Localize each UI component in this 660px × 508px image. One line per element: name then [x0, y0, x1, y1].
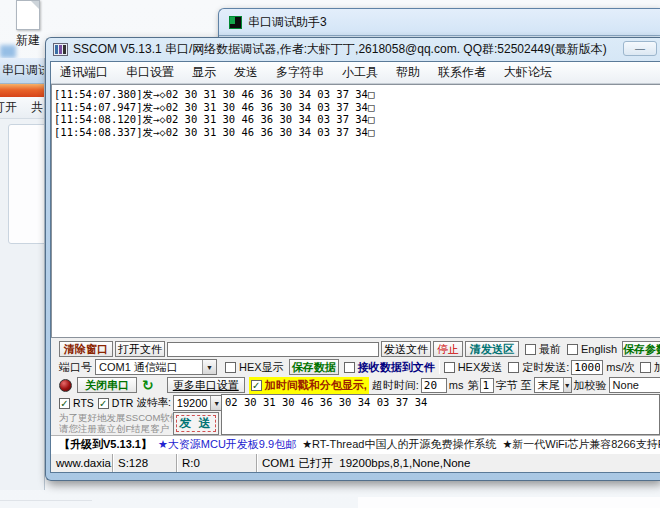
- clear-window-button[interactable]: 清除窗口: [59, 341, 113, 357]
- dtr-checkbox[interactable]: ✓ DTR: [98, 397, 134, 409]
- add-crlf-checkbox[interactable]: 加回车: [640, 360, 660, 375]
- menu-send[interactable]: 发送: [225, 64, 267, 81]
- promo-text: 为了更好地发展SSCOM软件 请您注册嘉立创F结尾客户: [59, 413, 173, 434]
- byte-to-label: 字节 至: [496, 378, 532, 393]
- desktop-icon-new-file[interactable]: 新建: [8, 0, 48, 49]
- receive-log-area[interactable]: [11:54:07.380]发→◇02 30 31 30 46 36 30 34…: [51, 84, 660, 338]
- sscom-titlebar[interactable]: SSCOM V5.13.1 串口/网络数据调试器,作者:大虾丁丁,2618058…: [46, 38, 660, 61]
- send-button[interactable]: 发 送: [173, 412, 219, 435]
- checkbox-box: ✓: [59, 398, 70, 409]
- close-port-button[interactable]: 关闭串口: [77, 377, 137, 393]
- checkbox-box: [225, 362, 236, 373]
- menu-forum[interactable]: 大虾论坛: [495, 64, 561, 81]
- menu-contact-author[interactable]: 联系作者: [429, 64, 495, 81]
- more-serial-settings-button[interactable]: 更多串口设置: [167, 377, 245, 393]
- timestamp-split-label: 加时间戳和分包显示,: [265, 378, 367, 393]
- baud-select[interactable]: 19200 ▼: [173, 395, 223, 411]
- status-website: www.daxia.com: [51, 454, 113, 472]
- add-crlf-label: 加回车: [654, 360, 660, 375]
- checkbox-box: [344, 362, 355, 373]
- sscom-app-icon: [53, 43, 68, 56]
- english-checkbox[interactable]: English: [567, 343, 617, 355]
- log-line: [11:54:07.947]发→◇02 30 31 30 46 36 30 34…: [54, 101, 658, 114]
- topmost-checkbox[interactable]: 最前: [525, 342, 561, 357]
- left-window-orange-stripe: [0, 84, 44, 97]
- back-window-title: 串口调试助手3: [248, 14, 327, 31]
- byte-index-input[interactable]: [480, 378, 494, 393]
- checkbox-box: [444, 362, 455, 373]
- ad-link-mcu-board[interactable]: ★大资源MCU开发板9.9包邮: [158, 437, 296, 452]
- dtr-label: DTR: [112, 397, 134, 409]
- menu-serial-settings[interactable]: 串口设置: [117, 64, 183, 81]
- sscom-window: SSCOM V5.13.1 串口/网络数据调试器,作者:大虾丁丁,2618058…: [45, 37, 660, 481]
- log-line: [11:54:08.120]发→◇02 30 31 30 46 36 30 34…: [54, 113, 658, 126]
- status-sent-count: S:128: [113, 454, 177, 472]
- menu-multi-string[interactable]: 多字符串: [267, 64, 333, 81]
- status-received-count: R:0: [177, 454, 257, 472]
- rts-label: RTS: [73, 397, 94, 409]
- timed-send-checkbox[interactable]: 定时发送:: [508, 360, 569, 375]
- save-data-button[interactable]: 保存数据: [289, 359, 339, 375]
- send-file-button[interactable]: 发送文件: [381, 341, 431, 357]
- timeout-unit-label: ms: [449, 379, 464, 391]
- menubar: 通讯端口 串口设置 显示 发送 多字符串 小工具 帮助 联系作者 大虾论坛: [51, 62, 660, 84]
- link-bar: 【升级到V5.13.1】 ★大资源MCU开发板9.9包邮 ★RT-Thread中…: [51, 435, 660, 453]
- refresh-ports-icon[interactable]: ↻: [142, 377, 154, 393]
- log-line: [11:54:08.337]发→◇02 30 31 30 46 36 30 34…: [54, 126, 658, 139]
- checkbox-box: [508, 362, 519, 373]
- interval-unit-label: ms/次: [606, 360, 635, 375]
- menu-display[interactable]: 显示: [183, 64, 225, 81]
- chevron-down-icon: ▼: [563, 378, 571, 392]
- byte-end-select[interactable]: 末尾 ▼: [534, 377, 572, 393]
- sscom-window-title: SSCOM V5.13.1 串口/网络数据调试器,作者:大虾丁丁,2618058…: [73, 41, 607, 58]
- recv-to-file-checkbox[interactable]: 接收数据到文件: [344, 360, 435, 375]
- port-select[interactable]: COM1 通信端口 ▼: [95, 359, 217, 375]
- port-value: COM1 通信端口: [96, 360, 202, 375]
- checksum-select[interactable]: None ▼: [609, 377, 660, 393]
- open-file-button[interactable]: 打开文件: [115, 341, 165, 357]
- byte-from-label: 第: [468, 378, 479, 393]
- clear-send-area-button[interactable]: 清发送区: [465, 341, 519, 357]
- background-left-window[interactable]: 串口调试工 打开 共: [0, 58, 45, 490]
- english-label: English: [581, 343, 617, 355]
- serial-assistant-app-icon: [229, 16, 242, 29]
- share-menu-item[interactable]: 共: [31, 99, 43, 116]
- status-port-state: COM1 已打开 19200bps,8,1,None,None: [257, 454, 660, 472]
- promo-line1: 为了更好地发展SSCOM软件: [59, 413, 173, 424]
- send-data-input[interactable]: 02 30 31 30 46 36 30 34 03 37 34: [221, 394, 660, 435]
- status-bar: www.daxia.com S:128 R:0 COM1 已打开 19200bp…: [51, 453, 660, 472]
- file-path-input[interactable]: [167, 342, 379, 357]
- rts-checkbox[interactable]: ✓ RTS: [59, 397, 94, 409]
- sscom-body: 通讯端口 串口设置 显示 发送 多字符串 小工具 帮助 联系作者 大虾论坛 [1…: [50, 61, 660, 473]
- checksum-value: None: [610, 379, 660, 391]
- desktop: 新建 串口调试工 打开 共 串口调试助手3 SSCOM V5.13.1 串口/网…: [0, 0, 660, 508]
- menu-help[interactable]: 帮助: [387, 64, 429, 81]
- checkbox-box: ✓: [98, 398, 109, 409]
- ad-link-wifi-chip[interactable]: ★新一代WiFi芯片兼容8266支持RT-Thread: [502, 437, 660, 452]
- checkbox-box: ✓: [251, 380, 262, 391]
- hex-send-checkbox[interactable]: HEX发送: [444, 360, 503, 375]
- log-line: [11:54:07.380]发→◇02 30 31 30 46 36 30 34…: [54, 88, 658, 101]
- open-menu-item[interactable]: 打开: [0, 99, 17, 116]
- interval-input[interactable]: [571, 360, 603, 375]
- stop-button[interactable]: 停止: [433, 341, 463, 357]
- checkbox-box: [525, 344, 536, 355]
- back-window-titlebar[interactable]: 串口调试助手3: [219, 9, 660, 35]
- minimize-button[interactable]: —: [623, 41, 657, 56]
- checkbox-box: [567, 344, 578, 355]
- promo-line2: 请您注册嘉立创F结尾客户: [59, 424, 173, 435]
- timeout-input[interactable]: [421, 378, 447, 393]
- blurred-window-fragment: [0, 45, 16, 58]
- port-status-led: [59, 379, 72, 392]
- left-window-title: 串口调试工: [0, 58, 44, 84]
- save-params-button[interactable]: 保存参数: [622, 341, 660, 357]
- menu-comm-port[interactable]: 通讯端口: [51, 64, 117, 81]
- timestamp-split-checkbox[interactable]: ✓ 加时间戳和分包显示,: [249, 377, 369, 394]
- menu-tools[interactable]: 小工具: [333, 64, 387, 81]
- port-label: 端口号: [59, 360, 92, 375]
- chevron-down-icon: ▼: [202, 360, 216, 374]
- topmost-label: 最前: [539, 342, 561, 357]
- hex-display-checkbox[interactable]: HEX显示: [225, 360, 284, 375]
- ad-link-rt-thread[interactable]: ★RT-Thread中国人的开源免费操作系统: [302, 437, 496, 452]
- left-window-toolbar: 打开 共: [0, 97, 44, 119]
